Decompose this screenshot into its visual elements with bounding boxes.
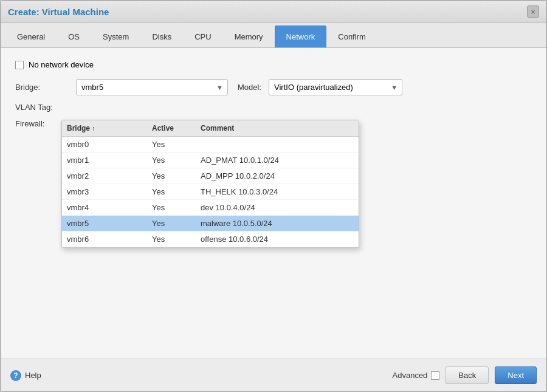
dropdown-row-vmbr3[interactable]: vmbr3 Yes TH_HELK 10.0.3.0/24 [62, 184, 359, 200]
advanced-label: Advanced [393, 371, 428, 380]
tab-confirm[interactable]: Confirm [326, 26, 377, 47]
dropdown-header: Bridge Active Comment [62, 120, 359, 137]
dropdown-row-vmbr6[interactable]: vmbr6 Yes offense 10.0.6.0/24 [62, 232, 359, 247]
dropdown-comment-0 [201, 140, 354, 149]
dropdown-bridge-5: vmbr5 [67, 219, 152, 228]
dropdown-bridge-6: vmbr6 [67, 235, 152, 244]
dropdown-bridge-4: vmbr4 [67, 203, 152, 212]
tab-system[interactable]: System [91, 26, 140, 47]
vlan-row: VLAN Tag: [15, 103, 532, 112]
footer: ? Help Advanced Back Next [1, 359, 546, 391]
dropdown-comment-2: AD_MPP 10.0.2.0/24 [201, 171, 354, 181]
help-button[interactable]: ? Help [10, 370, 41, 381]
bridge-row: Bridge: vmbr5 ▼ Model: VirtIO (paravirtu… [15, 79, 532, 95]
dropdown-comment-4: dev 10.0.4.0/24 [201, 203, 354, 212]
close-button[interactable]: × [527, 5, 539, 18]
advanced-checkbox[interactable] [431, 371, 439, 380]
dropdown-comment-3: TH_HELK 10.0.3.0/24 [201, 187, 354, 196]
next-button[interactable]: Next [495, 366, 537, 384]
dropdown-active-1: Yes [152, 156, 201, 165]
col-bridge[interactable]: Bridge [67, 124, 152, 132]
back-button[interactable]: Back [446, 366, 489, 384]
main-content: No network device Bridge: vmbr5 ▼ Model:… [1, 48, 546, 359]
title-bar: Create: Virtual Machine × [1, 1, 546, 23]
advanced-row: Advanced [393, 371, 440, 380]
dropdown-row-vmbr4[interactable]: vmbr4 Yes dev 10.0.4.0/24 [62, 200, 359, 216]
dropdown-row-vmbr1[interactable]: vmbr1 Yes AD_PMAT 10.0.1.0/24 [62, 153, 359, 168]
tab-os[interactable]: OS [57, 26, 91, 47]
dropdown-bridge-3: vmbr3 [67, 187, 152, 196]
dialog-title: Create: Virtual Machine [8, 7, 109, 17]
bridge-label: Bridge: [15, 83, 76, 92]
bridge-select-wrapper: vmbr5 ▼ [76, 79, 228, 95]
create-vm-dialog: Create: Virtual Machine × General OS Sys… [0, 0, 547, 392]
help-label: Help [25, 371, 41, 380]
dropdown-active-6: Yes [152, 235, 201, 244]
col-comment: Comment [201, 124, 354, 132]
dropdown-active-4: Yes [152, 203, 201, 212]
tab-cpu[interactable]: CPU [183, 26, 222, 47]
dropdown-active-3: Yes [152, 187, 201, 196]
tab-general[interactable]: General [5, 26, 57, 47]
vlan-label: VLAN Tag: [15, 103, 76, 112]
dropdown-comment-5: malware 10.0.5.0/24 [201, 219, 354, 228]
model-select-wrapper: VirtIO (paravirtualized) ▼ [269, 79, 402, 95]
no-network-checkbox[interactable] [15, 61, 24, 69]
no-network-row: No network device [15, 60, 532, 69]
dropdown-row-vmbr0[interactable]: vmbr0 Yes [62, 137, 359, 153]
model-label: Model: [238, 83, 261, 92]
dropdown-bridge-0: vmbr0 [67, 140, 152, 149]
dropdown-bridge-1: vmbr1 [67, 156, 152, 165]
tab-bar: General OS System Disks CPU Memory Netwo… [1, 23, 546, 48]
model-select[interactable]: VirtIO (paravirtualized) [269, 79, 402, 95]
no-network-label: No network device [29, 60, 94, 69]
bridge-dropdown: Bridge Active Comment vmbr0 Yes vmbr1 Ye… [61, 120, 359, 248]
dropdown-row-vmbr5[interactable]: vmbr5 Yes malware 10.0.5.0/24 [62, 216, 359, 232]
dropdown-active-5: Yes [152, 219, 201, 228]
dropdown-bridge-2: vmbr2 [67, 171, 152, 181]
dropdown-active-2: Yes [152, 171, 201, 181]
bridge-select[interactable]: vmbr5 [76, 79, 228, 95]
help-icon: ? [10, 370, 21, 381]
tab-network[interactable]: Network [275, 26, 327, 47]
tab-disks[interactable]: Disks [140, 26, 183, 47]
col-active: Active [152, 124, 201, 132]
dropdown-comment-1: AD_PMAT 10.0.1.0/24 [201, 156, 354, 165]
dropdown-comment-6: offense 10.0.6.0/24 [201, 235, 354, 244]
tab-memory[interactable]: Memory [223, 26, 275, 47]
dropdown-active-0: Yes [152, 140, 201, 149]
dropdown-row-vmbr2[interactable]: vmbr2 Yes AD_MPP 10.0.2.0/24 [62, 168, 359, 184]
